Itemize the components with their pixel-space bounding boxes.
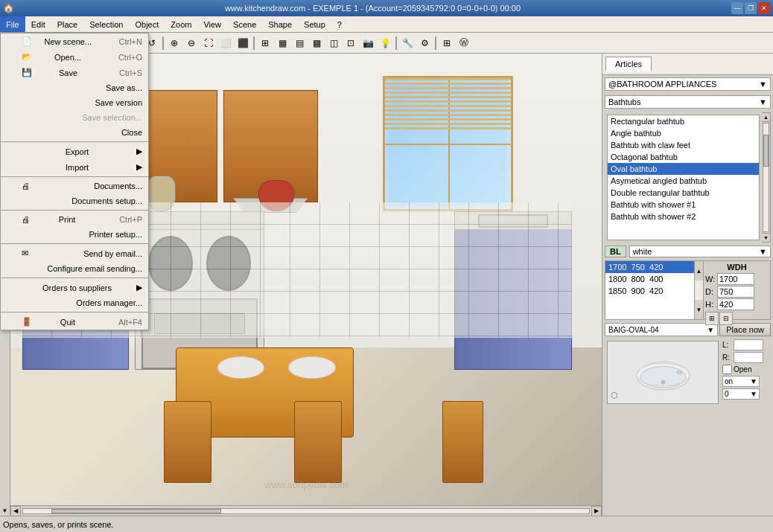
dim-row-2[interactable]: 1800 800 400: [605, 273, 694, 285]
toolbar-zoom-out[interactable]: ⊖: [183, 35, 200, 51]
menu-shape[interactable]: Shape: [262, 16, 298, 32]
dim-scroll-up-btn[interactable]: ▲: [695, 261, 703, 281]
model-code-dropdown[interactable]: BAIG-OVAL-04 ▼: [605, 323, 718, 336]
toolbar-zoom-in[interactable]: ⊕: [166, 35, 182, 51]
menu-print[interactable]: 🖨 Print Ctrl+P: [1, 212, 148, 227]
dim-row-1[interactable]: 1700 750 420: [605, 261, 694, 273]
list-item-rectangular[interactable]: Rectangular bathtub: [608, 115, 759, 127]
hscroll-thumb[interactable]: [51, 509, 221, 513]
num-dropdown[interactable]: 0 ▼: [722, 388, 760, 400]
menu-help[interactable]: ?: [331, 16, 348, 32]
restore-button[interactable]: ❐: [745, 2, 757, 14]
hscroll-track[interactable]: [22, 508, 590, 514]
menu-documents-setup[interactable]: Documents setup...: [1, 193, 148, 208]
list-item-shower2[interactable]: Bathtub with shower #2: [608, 211, 759, 222]
separator-3: [1, 210, 148, 211]
category-dropdown-arrow-icon: ▼: [759, 80, 767, 89]
menu-import[interactable]: Import ▶: [1, 159, 148, 175]
open-label: Open: [734, 365, 751, 374]
toolbar-view4[interactable]: ▩: [308, 35, 325, 51]
menu-zoom[interactable]: Zoom: [165, 16, 197, 32]
dimensions-container: 1700 750 420 1800 800 400 1850 900 420 ▲: [605, 260, 771, 320]
close-button[interactable]: ✕: [758, 2, 770, 14]
menu-open[interactable]: 📂 Open... Ctrl+O: [1, 49, 148, 65]
save-icon: 💾: [22, 68, 32, 77]
menu-configure-email[interactable]: Configure email sending...: [1, 261, 148, 276]
menu-save-as[interactable]: Save as...: [1, 80, 148, 95]
subcategory-dropdown[interactable]: Bathtubs ▼: [605, 95, 771, 109]
list-item-oval[interactable]: Oval bathtub: [608, 163, 759, 175]
wdh-reset-btn[interactable]: ⊟: [719, 312, 733, 325]
list-item-asymetical[interactable]: Asymetical angled bathtub: [608, 175, 759, 187]
subcategory-label: Bathtubs: [608, 97, 640, 106]
menu-place[interactable]: Place: [51, 16, 84, 32]
toolbar-zoom-window[interactable]: ⬜: [217, 35, 234, 51]
menu-scene[interactable]: Scene: [227, 16, 262, 32]
menu-selection[interactable]: Selection: [83, 16, 129, 32]
toolbar-extra2[interactable]: Ⓦ: [456, 35, 472, 51]
wdh-h-input[interactable]: [717, 298, 754, 310]
dim-1-h: 420: [649, 263, 663, 272]
menu-view[interactable]: View: [197, 16, 227, 32]
menu-object[interactable]: Object: [130, 16, 165, 32]
list-item-double[interactable]: Double rectangular bathtub: [608, 187, 759, 199]
separator-6: [1, 312, 148, 313]
list-item-angle[interactable]: Angle bathtub: [608, 127, 759, 139]
toolbar-view2[interactable]: ▦: [274, 35, 290, 51]
toolbar-wrench[interactable]: 🔧: [399, 35, 416, 51]
menu-setup[interactable]: Setup: [298, 16, 331, 32]
list-item-claw[interactable]: Bathtub with claw feet: [608, 139, 759, 151]
list-item-octagonal[interactable]: Octagonal bathtub: [608, 151, 759, 163]
on-off-dropdown[interactable]: on ▼: [722, 376, 760, 387]
menu-documents[interactable]: 🖨 Documents...: [1, 179, 148, 193]
list-scroll-thumb[interactable]: [763, 135, 769, 167]
wdh-d-input[interactable]: [717, 286, 754, 298]
dim-scroll-track[interactable]: [695, 281, 703, 300]
toolbar-light[interactable]: 💡: [377, 35, 393, 51]
tab-articles[interactable]: Articles: [605, 57, 652, 71]
menu-orders-manager[interactable]: Orders manager...: [1, 295, 148, 310]
list-item-shower1[interactable]: Bathtub with shower #1: [608, 199, 759, 211]
dim-row-3[interactable]: 1850 900 420: [605, 285, 694, 297]
panel-arrow-down[interactable]: ▼: [2, 506, 8, 516]
list-scroll-down-btn[interactable]: ▼: [762, 233, 770, 242]
hscroll-right-btn[interactable]: ▶: [591, 506, 602, 516]
toolbar-view5[interactable]: ◫: [325, 35, 342, 51]
menu-close[interactable]: Close: [1, 125, 148, 140]
item-list[interactable]: Rectangular bathtub Angle bathtub Bathtu…: [607, 115, 760, 240]
category-dropdown[interactable]: @BATHROOM APPLIANCES ▼: [605, 77, 771, 91]
menu-export[interactable]: Export ▶: [1, 144, 148, 159]
r-input[interactable]: [734, 352, 763, 363]
list-scroll-track[interactable]: [763, 123, 769, 232]
canvas-h-scrollbar[interactable]: ◀ ▶: [10, 505, 602, 516]
l-input[interactable]: [734, 339, 763, 350]
toolbar-zoom-all[interactable]: ⬛: [235, 35, 251, 51]
documents-icon: 🖨: [22, 182, 30, 190]
dim-3-w: 1850: [608, 286, 626, 295]
toolbar-view6[interactable]: ⊡: [343, 35, 359, 51]
color-dropdown[interactable]: white ▼: [629, 246, 771, 257]
menu-quit[interactable]: 🚪 Quit Alt+F4: [1, 314, 148, 330]
menu-send-email[interactable]: ✉ Send by email...: [1, 246, 148, 261]
menu-orders-suppliers[interactable]: Orders to suppliers ▶: [1, 280, 148, 295]
toolbar-view1[interactable]: ⊞: [257, 35, 273, 51]
wdh-copy-btn[interactable]: ⊞: [705, 312, 719, 325]
toolbar-settings[interactable]: ⚙: [416, 35, 433, 51]
toolbar-view3[interactable]: ▤: [291, 35, 308, 51]
toolbar-zoom-fit[interactable]: ⛶: [200, 35, 217, 51]
menu-file[interactable]: File: [0, 16, 25, 32]
hscroll-left-btn[interactable]: ◀: [10, 506, 21, 516]
wdh-w-input[interactable]: [717, 273, 754, 285]
minimize-button[interactable]: —: [731, 2, 743, 14]
toolbar-camera[interactable]: 📷: [360, 35, 376, 51]
list-scroll-up-btn[interactable]: ▲: [762, 113, 770, 122]
toolbar-extra1[interactable]: ⊞: [439, 35, 455, 51]
menu-save-version[interactable]: Save version: [1, 95, 148, 110]
dim-scroll-down-btn[interactable]: ▼: [695, 300, 703, 319]
open-checkbox[interactable]: [722, 365, 732, 374]
menu-printer-setup[interactable]: Printer setup...: [1, 227, 148, 242]
menu-save[interactable]: 💾 Save Ctrl+S: [1, 65, 148, 80]
menu-edit[interactable]: Edit: [25, 16, 51, 32]
menu-new-scene[interactable]: 📄 New scene... Ctrl+N: [1, 33, 148, 49]
dimension-list[interactable]: 1700 750 420 1800 800 400 1850 900 420: [605, 260, 695, 320]
